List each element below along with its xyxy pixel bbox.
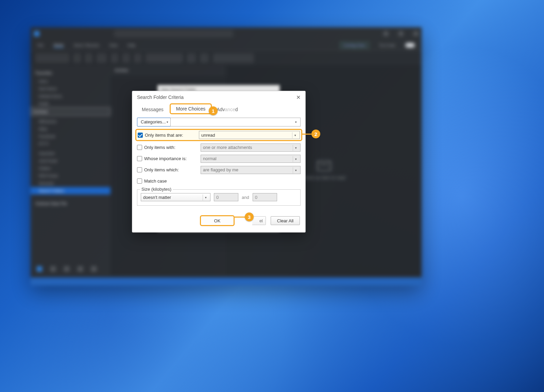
- search-input[interactable]: [114, 30, 233, 37]
- only-items-that-are-checkbox[interactable]: [138, 133, 143, 138]
- sidebar-item[interactable]: IFTTT: [31, 140, 111, 148]
- move-button[interactable]: [97, 53, 107, 63]
- ribbon-tab-file[interactable]: File: [37, 43, 44, 47]
- delete-button[interactable]: [73, 53, 81, 63]
- tab-more-choices[interactable]: More Choices: [170, 103, 212, 114]
- reply-all-button[interactable]: [122, 53, 130, 63]
- dialog-title: Search Folder Criteria: [137, 95, 184, 100]
- sidebar-data-file[interactable]: Outlook Data File: [31, 199, 111, 208]
- try-it-now-label: Try it now: [379, 43, 395, 47]
- tab-messages[interactable]: Messages: [137, 105, 168, 114]
- size-mode-select[interactable]: doesn't matter ▾: [141, 193, 210, 201]
- unread-read-button[interactable]: [146, 53, 183, 63]
- sidebar-item[interactable]: eBay: [31, 125, 111, 133]
- sidebar-item-archive[interactable]: Archive: [31, 107, 111, 116]
- only-items-which-label: Only items which:: [144, 167, 199, 172]
- people-icon[interactable]: [64, 266, 69, 272]
- minimize-icon[interactable]: [384, 31, 388, 36]
- maximize-icon[interactable]: [398, 31, 403, 36]
- sidebar-item[interactable]: Outbox: [31, 165, 111, 172]
- only-items-with-select[interactable]: one or more attachments ▾: [201, 143, 301, 152]
- close-window-icon[interactable]: [413, 31, 418, 36]
- cancel-label: el: [259, 218, 263, 223]
- reply-button[interactable]: [111, 53, 118, 63]
- ok-button[interactable]: OK: [200, 215, 235, 226]
- size-legend: Size (kilobytes): [140, 187, 173, 192]
- sidebar-item[interactable]: Snoozed: [31, 180, 111, 187]
- only-items-that-are-select[interactable]: unread ▾: [199, 131, 300, 139]
- sidebar-item[interactable]: Drafts: [31, 100, 111, 107]
- annotation-2: 2: [311, 130, 320, 138]
- search-folder-criteria-dialog: Search Folder Criteria ✕ Messages More C…: [132, 91, 306, 233]
- clear-all-button[interactable]: Clear All: [271, 216, 300, 225]
- only-items-which-select[interactable]: are flagged by me ▾: [201, 166, 301, 174]
- importance-value: normal: [203, 156, 217, 161]
- importance-label: Whose importance is:: [144, 156, 199, 161]
- sidebar-item[interactable]: Facebook: [31, 133, 111, 140]
- size-fieldset: Size (kilobytes) doesn't matter ▾ 0 and …: [137, 189, 301, 206]
- chevron-down-icon: ▾: [203, 194, 209, 201]
- ribbon-tab-send-receive[interactable]: Send / Receive: [74, 43, 99, 47]
- search-people-input[interactable]: [213, 53, 254, 63]
- chevron-down-icon: ▾: [293, 119, 299, 125]
- mail-icon[interactable]: [37, 266, 42, 272]
- ribbon-tab-view[interactable]: View: [109, 43, 118, 47]
- envelope-icon: [317, 161, 331, 171]
- list-header: Archive: [111, 65, 226, 76]
- importance-select[interactable]: normal ▾: [201, 155, 301, 163]
- outlook-logo-icon: [34, 31, 39, 36]
- ok-label: OK: [214, 218, 221, 223]
- close-icon[interactable]: ✕: [295, 94, 301, 100]
- forward-button[interactable]: [134, 53, 141, 63]
- chevron-down-icon: ▾: [167, 120, 168, 124]
- try-toggle[interactable]: [405, 43, 415, 48]
- new-email-button[interactable]: [35, 53, 69, 63]
- sidebar-item[interactable]: Inbox: [31, 78, 111, 85]
- coming-soon-badge: Coming Soon: [340, 42, 369, 48]
- cancel-button[interactable]: el: [252, 216, 266, 225]
- size-from-input[interactable]: 0: [214, 193, 238, 201]
- only-items-with-checkbox[interactable]: [137, 145, 142, 150]
- annotation-3-connector: [235, 217, 245, 218]
- ribbon-tab-home[interactable]: Home: [54, 43, 64, 48]
- favorites-header[interactable]: Favorites: [31, 69, 111, 78]
- size-mode-value: doesn't matter: [143, 195, 171, 200]
- chevron-down-icon: ▾: [293, 145, 299, 151]
- clear-all-label: Clear All: [277, 218, 293, 223]
- size-to-input[interactable]: 0: [253, 193, 277, 201]
- match-case-checkbox[interactable]: [137, 178, 142, 184]
- annotation-3: 3: [245, 212, 254, 221]
- only-items-that-are-label: Only items that are:: [145, 133, 197, 138]
- chevron-down-icon: ▾: [293, 156, 299, 162]
- reading-pane-prompt: Select an item to read: [302, 175, 345, 180]
- sidebar-item[interactable]: Important: [31, 150, 111, 157]
- tab-bar: Messages More Choices Advanced: [132, 103, 305, 114]
- sidebar-item[interactable]: AliExpress: [31, 118, 111, 125]
- only-items-which-value: are flagged by me: [203, 167, 238, 172]
- ribbon-tab-help[interactable]: Help: [128, 43, 135, 47]
- flag-button[interactable]: [200, 53, 209, 63]
- categorize-button[interactable]: [187, 53, 196, 63]
- archive-button[interactable]: [85, 53, 92, 63]
- sidebar-item-search-folders[interactable]: Search Folders: [31, 187, 111, 194]
- status-bar: [31, 277, 422, 286]
- importance-checkbox[interactable]: [137, 156, 142, 161]
- more-icon[interactable]: [91, 266, 97, 272]
- only-items-which-checkbox[interactable]: [137, 167, 142, 172]
- todo-icon[interactable]: [78, 266, 83, 272]
- calendar-icon[interactable]: [50, 266, 56, 272]
- match-case-label: Match case: [144, 178, 167, 184]
- sidebar-item[interactable]: Sent Items: [31, 85, 111, 92]
- only-items-with-value: one or more attachments: [203, 145, 252, 150]
- categories-button[interactable]: Categories... ▾: [137, 118, 171, 126]
- sidebar-item[interactable]: Junk Email: [31, 157, 111, 165]
- categories-field[interactable]: ▾: [170, 118, 301, 126]
- chevron-down-icon: ▾: [292, 132, 298, 138]
- annotation-2-connector: [302, 134, 311, 135]
- sidebar-item[interactable]: Deleted Items: [31, 92, 111, 100]
- chevron-down-icon: ▾: [293, 167, 299, 173]
- only-items-that-are-value: unread: [201, 133, 215, 138]
- sidebar-item[interactable]: RSS Feeds: [31, 172, 111, 180]
- annotation-1: 1: [209, 106, 218, 115]
- categories-label: Categories...: [141, 119, 166, 124]
